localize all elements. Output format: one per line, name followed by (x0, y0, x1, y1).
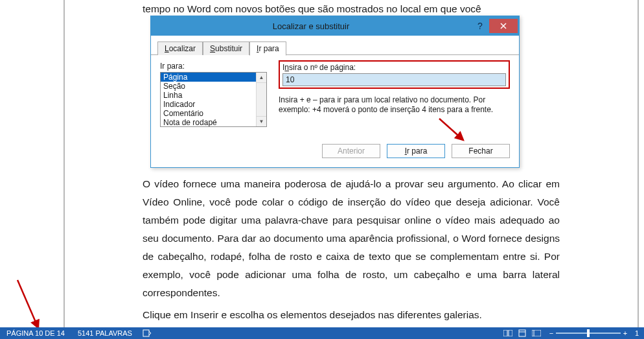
find-replace-dialog: Localizar e substituir ? Localizar Subst… (150, 16, 520, 168)
status-bar: PÁGINA 10 DE 14 5141 PALAVRAS − + 1 (0, 327, 644, 339)
dialog-title: Localizar e substituir (151, 21, 471, 31)
svg-rect-3 (503, 330, 507, 336)
zoom-out-button[interactable]: − (547, 329, 556, 337)
help-icon[interactable]: ? (471, 19, 489, 33)
zoom-value[interactable]: 1 (630, 329, 644, 337)
svg-rect-4 (509, 330, 512, 336)
previous-button: Anterior (322, 144, 380, 158)
tab-find[interactable]: Localizar (157, 41, 203, 55)
dialog-body: Ir para: Página Seção Linha Indicador Co… (151, 55, 519, 167)
close-dialog-button[interactable]: Fechar (452, 144, 510, 158)
svg-rect-2 (143, 330, 149, 336)
goto-listbox[interactable]: Página Seção Linha Indicador Comentário … (160, 72, 267, 127)
scroll-down-icon[interactable]: ▼ (257, 116, 266, 126)
zoom-thumb[interactable] (587, 329, 590, 337)
page-number-input[interactable] (282, 73, 506, 86)
list-item[interactable]: Comentário (161, 109, 256, 118)
view-read-mode-icon[interactable] (501, 328, 514, 338)
view-print-layout-icon[interactable] (516, 328, 529, 338)
goto-button[interactable]: Ir para (387, 144, 445, 158)
zoom-slider[interactable] (556, 328, 621, 338)
view-buttons (498, 328, 547, 338)
view-web-layout-icon[interactable] (530, 328, 543, 338)
scrollbar[interactable]: ▲ ▼ (256, 73, 266, 126)
annotation-arrow-statusbar (10, 277, 49, 334)
status-word-count[interactable]: 5141 PALAVRAS (71, 329, 139, 337)
list-item[interactable]: Nota de rodapé (161, 118, 256, 127)
dialog-button-row: Anterior Ir para Fechar (160, 144, 510, 158)
zoom-in-button[interactable]: + (621, 329, 630, 337)
close-button[interactable] (489, 19, 518, 33)
goto-help-text: Insira + e – para ir para um local relat… (279, 95, 510, 115)
doc-paragraph-2: O vídeo fornece uma maneira poderosa de … (65, 175, 638, 302)
dialog-titlebar[interactable]: Localizar e substituir ? (151, 16, 519, 36)
goto-label: Ir para: (160, 62, 267, 71)
svg-rect-7 (532, 330, 541, 336)
svg-rect-5 (519, 330, 525, 336)
page-number-label: Insira o nº de página: (282, 63, 506, 72)
proofing-icon[interactable] (139, 329, 155, 337)
tab-strip: Localizar Substituir Ir para (151, 36, 519, 55)
tab-goto[interactable]: Ir para (249, 41, 286, 56)
scroll-up-icon[interactable]: ▲ (257, 73, 266, 83)
list-item[interactable]: Indicador (161, 100, 256, 109)
list-item[interactable]: Página (161, 73, 256, 82)
status-page[interactable]: PÁGINA 10 DE 14 (0, 329, 71, 337)
svg-line-1 (17, 280, 38, 328)
close-icon (500, 23, 507, 29)
list-item[interactable]: Linha (161, 91, 256, 100)
tab-replace[interactable]: Substituir (203, 41, 249, 55)
doc-paragraph-3: Clique em Inserir e escolha os elementos… (65, 306, 638, 324)
highlight-annotation: Insira o nº de página: (279, 60, 510, 89)
list-item[interactable]: Seção (161, 82, 256, 91)
